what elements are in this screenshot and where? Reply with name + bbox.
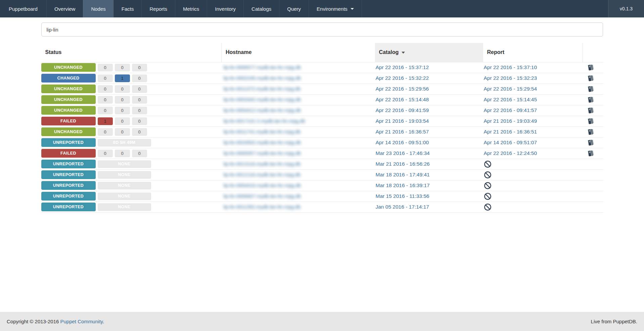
catalog-time-link[interactable]: Apr 14 2016 - 09:51:00 xyxy=(376,140,429,145)
nav-item-facts[interactable]: Facts xyxy=(113,0,142,17)
report-book-icon[interactable] xyxy=(587,139,594,146)
status-counter: 0 xyxy=(132,128,147,136)
live-from-puppetdb-text: Live from PuppetDB. xyxy=(591,319,637,324)
status-badge: UNCHANGED xyxy=(41,63,96,72)
status-counters: NONE xyxy=(98,160,153,168)
nav-item-query[interactable]: Query xyxy=(279,0,309,17)
hostname-link[interactable]: lip-lin-0017141-2.mydb.lan-lin.rnpg.db xyxy=(224,118,305,124)
hostname-link[interactable]: lip-lin-0002245.mydb.lan-lin.rnpg.db xyxy=(224,75,301,81)
catalog-time-link[interactable]: Apr 22 2016 - 09:41:59 xyxy=(376,107,429,113)
nav-item-catalogs[interactable]: Catalogs xyxy=(243,0,279,17)
catalog-time-link[interactable]: Mar 18 2016 - 16:39:17 xyxy=(376,182,430,188)
table-row: UNREPORTEDNONE lip-lin-0004416.mydb.lan-… xyxy=(41,180,603,191)
status-badge: CHANGED xyxy=(41,74,96,82)
nav-item-environments-dropdown[interactable]: Environments xyxy=(309,0,362,17)
report-book-icon[interactable] xyxy=(587,75,594,82)
hostname-link[interactable]: lip-lin-0000057.mydb.lan-lin.rnpg.db xyxy=(224,151,301,156)
table-row: UNREPORTEDNONE lip-lin-0006607.mydb.lan-… xyxy=(41,191,603,202)
status-counter: 0 xyxy=(132,64,147,71)
node-search-input[interactable] xyxy=(41,22,603,37)
nav-brand-puppetboard[interactable]: Puppetboard xyxy=(0,0,46,17)
status-counter-wide: 8D 5H 49M xyxy=(98,139,151,147)
table-row: UNCHANGED000 lip-lin-0004412.mydb.lan-li… xyxy=(41,105,603,116)
status-counters: NONE xyxy=(98,171,153,179)
status-counter: 0 xyxy=(132,117,147,125)
column-header-status[interactable]: Status xyxy=(41,43,222,62)
hostname-link[interactable]: lip-lin-0024502.mydb.lan-lin.rnpg.db xyxy=(224,140,301,145)
status-counter-wide: NONE xyxy=(98,182,151,189)
hostname-link[interactable]: lip-lin-0011352.mydb.lan-lin.rnpg.db xyxy=(224,204,301,210)
hostname-link[interactable]: lip-lin-0006607.mydb.lan-lin.rnpg.db xyxy=(224,194,301,199)
report-book-icon[interactable] xyxy=(587,128,594,135)
report-time-link[interactable]: Apr 22 2016 - 15:37:10 xyxy=(484,64,537,70)
report-book-icon[interactable] xyxy=(587,96,594,103)
catalog-time-link[interactable]: Mar 21 2016 - 16:56:26 xyxy=(376,161,430,167)
status-badge: UNCHANGED xyxy=(41,127,96,136)
catalog-time-link[interactable]: Mar 23 2016 - 17:46:34 xyxy=(376,150,430,156)
status-badge: FAILED xyxy=(41,117,96,125)
report-time-link[interactable]: Apr 21 2016 - 19:03:49 xyxy=(484,118,537,124)
status-counter: 0 xyxy=(98,107,113,114)
catalog-time-link[interactable]: Apr 21 2016 - 16:36:57 xyxy=(376,129,429,134)
status-counters: 8D 5H 49M xyxy=(98,139,153,147)
no-report-ban-icon xyxy=(484,203,492,211)
column-header-hostname[interactable]: Hostname xyxy=(222,43,375,62)
status-counters: NONE xyxy=(98,203,153,211)
column-header-catalog[interactable]: Catalog xyxy=(375,43,483,62)
column-header-report[interactable]: Report xyxy=(483,43,583,62)
catalog-time-link[interactable]: Apr 22 2016 - 15:32:22 xyxy=(376,75,429,81)
status-counter: 0 xyxy=(115,64,130,71)
catalog-time-link[interactable]: Mar 18 2016 - 17:49:41 xyxy=(376,172,430,177)
puppet-community-link[interactable]: Puppet Community xyxy=(60,319,103,324)
status-counter: 0 xyxy=(115,107,130,114)
report-book-icon[interactable] xyxy=(587,64,594,71)
report-time-link[interactable]: Apr 22 2016 - 12:24:50 xyxy=(484,150,537,156)
status-counters: NONE xyxy=(98,192,153,200)
catalog-time-link[interactable]: Apr 22 2016 - 15:14:48 xyxy=(376,97,429,102)
report-book-icon[interactable] xyxy=(587,150,594,157)
report-book-icon[interactable] xyxy=(587,107,594,114)
table-row: UNCHANGED000 lip-lin-0006577.mydb.lan-li… xyxy=(41,62,603,73)
hostname-link[interactable]: lip-lin-0003342.mydb.lan-lin.rnpg.db xyxy=(224,97,301,102)
column-header-report-icon xyxy=(583,43,603,62)
catalog-time-link[interactable]: Mar 15 2016 - 11:33:56 xyxy=(376,193,429,199)
status-badge: UNREPORTED xyxy=(41,138,96,147)
nav-item-overview[interactable]: Overview xyxy=(46,0,83,17)
report-time-link[interactable]: Apr 14 2016 - 09:51:07 xyxy=(484,140,537,145)
hostname-link[interactable]: lip-lin-0011372.mydb.lan-lin.rnpg.db xyxy=(224,86,301,92)
catalog-time-link[interactable]: Jan 05 2016 - 17:14:17 xyxy=(376,204,429,210)
catalog-time-link[interactable]: Apr 21 2016 - 19:03:54 xyxy=(376,118,429,124)
hostname-link[interactable]: lip-lin-0012116.mydb.lan-lin.rnpg.db xyxy=(224,172,301,177)
status-counter: 0 xyxy=(115,128,130,136)
status-counter-wide: NONE xyxy=(98,171,151,179)
report-time-link[interactable]: Apr 22 2016 - 15:32:23 xyxy=(484,75,537,81)
app-version: v0.1.3 xyxy=(608,0,644,17)
status-counters: 100 xyxy=(98,117,149,125)
status-counter: 0 xyxy=(132,150,147,157)
hostname-link[interactable]: lip-lin-0013116.mydb.lan-lin.rnpg.db xyxy=(224,161,301,167)
report-book-icon[interactable] xyxy=(587,86,594,93)
hostname-link[interactable]: lip-lin-0004412.mydb.lan-lin.rnpg.db xyxy=(224,108,301,113)
hostname-link[interactable]: lip-lin-0006577.mydb.lan-lin.rnpg.db xyxy=(224,65,301,70)
status-counters: 000 xyxy=(98,96,149,104)
status-counters: 000 xyxy=(98,128,149,136)
nav-item-inventory[interactable]: Inventory xyxy=(207,0,243,17)
catalog-time-link[interactable]: Apr 22 2016 - 15:29:56 xyxy=(376,86,429,92)
nav-item-nodes[interactable]: Nodes xyxy=(83,0,113,17)
hostname-link[interactable]: lip-lin-0011741.mydb.lan-lin.rnpg.db xyxy=(224,129,301,134)
status-counter: 0 xyxy=(115,117,130,125)
no-report-ban-icon xyxy=(484,192,492,200)
copyright-period: . xyxy=(103,319,104,324)
status-badge: UNCHANGED xyxy=(41,106,96,115)
report-time-link[interactable]: Apr 22 2016 - 09:41:57 xyxy=(484,107,537,113)
status-counter: 0 xyxy=(98,128,113,136)
report-time-link[interactable]: Apr 22 2016 - 15:29:54 xyxy=(484,86,537,92)
nav-item-reports[interactable]: Reports xyxy=(141,0,175,17)
report-book-icon[interactable] xyxy=(587,118,594,125)
report-time-link[interactable]: Apr 22 2016 - 15:14:45 xyxy=(484,97,537,102)
nav-item-metrics[interactable]: Metrics xyxy=(175,0,207,17)
hostname-link[interactable]: lip-lin-0004416.mydb.lan-lin.rnpg.db xyxy=(224,183,301,188)
catalog-time-link[interactable]: Apr 22 2016 - 15:37:12 xyxy=(376,64,429,70)
report-time-link[interactable]: Apr 21 2016 - 16:36:51 xyxy=(484,129,537,134)
no-report-ban-icon xyxy=(484,160,492,168)
